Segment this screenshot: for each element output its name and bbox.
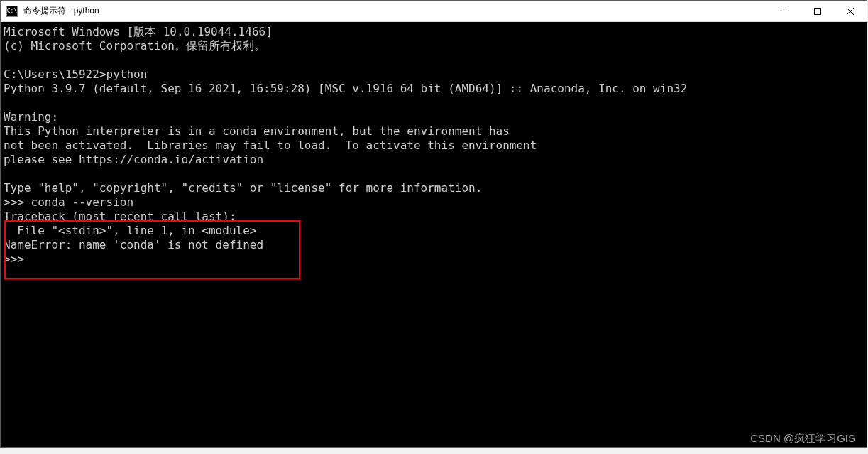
minimize-button[interactable] xyxy=(769,1,801,21)
close-button[interactable] xyxy=(834,1,867,21)
terminal-line: File "<stdin>", line 1, in <module> xyxy=(4,224,867,238)
terminal-line: Traceback (most recent call last): xyxy=(4,210,867,224)
terminal-line: please see https://conda.io/activation xyxy=(4,153,867,167)
cmd-icon-label: C:\ xyxy=(7,8,17,14)
terminal-line: Python 3.9.7 (default, Sep 16 2021, 16:5… xyxy=(4,82,867,96)
terminal-line: >>> conda --version xyxy=(4,195,867,210)
terminal-line xyxy=(4,167,867,181)
window-controls xyxy=(769,1,867,21)
terminal-line: Warning: xyxy=(4,110,867,124)
terminal-output: Microsoft Windows [版本 10.0.19044.1466](c… xyxy=(4,25,867,266)
terminal-line: >>> xyxy=(4,252,867,266)
terminal-line: NameError: name 'conda' is not defined xyxy=(4,238,867,252)
maximize-icon xyxy=(814,8,821,15)
terminal-line: Microsoft Windows [版本 10.0.19044.1466] xyxy=(4,25,867,39)
window-title: 命令提示符 - python xyxy=(23,5,99,17)
watermark-text: CSDN @疯狂学习GIS xyxy=(750,432,855,445)
terminal-line: not been activated. Libraries may fail t… xyxy=(4,139,867,153)
terminal-line: This Python interpreter is in a conda en… xyxy=(4,124,867,139)
terminal-area[interactable]: Microsoft Windows [版本 10.0.19044.1466](c… xyxy=(1,22,867,447)
terminal-line: Type "help", "copyright", "credits" or "… xyxy=(4,181,867,195)
terminal-line xyxy=(4,53,867,67)
close-icon xyxy=(847,8,854,15)
maximize-button[interactable] xyxy=(801,1,834,21)
cmd-icon: C:\ xyxy=(6,6,18,17)
terminal-line: (c) Microsoft Corporation。保留所有权利。 xyxy=(4,39,867,53)
minimize-icon xyxy=(781,11,789,11)
terminal-line: C:\Users\15922>python xyxy=(4,67,867,82)
terminal-line xyxy=(4,96,867,110)
command-prompt-window: C:\ 命令提示符 - python Microsoft Windows [版本… xyxy=(0,0,867,448)
title-bar[interactable]: C:\ 命令提示符 - python xyxy=(1,1,867,22)
